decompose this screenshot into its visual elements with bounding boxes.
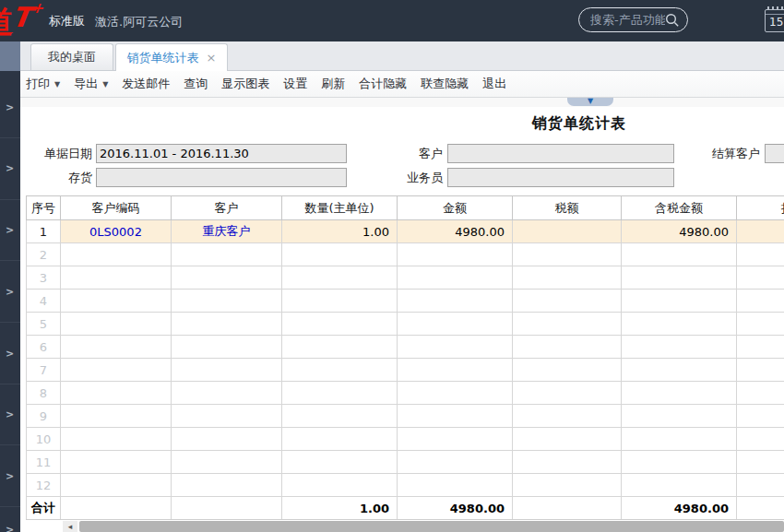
filter-label-settle-customer: 结算客户 — [697, 144, 760, 163]
sidebar-divider — [0, 260, 20, 261]
report-grid: 序号客户编码客户数量(主单位)金额税额含税金额折扣10LS0002重庆客户1.0… — [26, 195, 784, 520]
table-row: 10 — [27, 428, 784, 451]
total-cell-qty: 1.00 — [282, 497, 398, 520]
column-header-6: 含税金额 — [622, 196, 737, 220]
row-number-cell: 7 — [27, 359, 61, 382]
column-header-0: 序号 — [27, 196, 61, 220]
table-row: 12 — [27, 474, 784, 497]
sidebar-expand-icon[interactable]: > — [6, 101, 17, 114]
calendar-icon[interactable]: 15 — [765, 9, 784, 32]
tab-label: 销货单统计表 — [127, 50, 199, 66]
cell-tax — [513, 428, 622, 451]
total-cell-tax_incl: 4980.00 — [622, 497, 737, 520]
cell-qty: 1.00 — [282, 220, 398, 243]
sidebar-expand-icon[interactable]: > — [6, 162, 17, 175]
cell-tax_incl — [622, 451, 737, 474]
inventory-input[interactable] — [96, 168, 347, 187]
filter-label-doc-date: 单据日期 — [26, 144, 92, 163]
cell-discount — [737, 243, 784, 266]
scroll-left-icon[interactable]: ◂ — [63, 521, 77, 532]
customer-input[interactable] — [447, 144, 674, 163]
cell-discount — [737, 428, 784, 451]
tab-close-icon[interactable]: × — [207, 52, 217, 64]
total-cell-discount — [737, 497, 784, 520]
sidebar-divider — [0, 506, 20, 507]
toolbar-item-label: 设置 — [283, 76, 307, 92]
toolbar-item-label: 退出 — [482, 76, 506, 92]
settle-customer-input[interactable] — [765, 144, 784, 163]
cell-customer[interactable]: 重庆客户 — [172, 220, 282, 243]
cell-customer — [172, 405, 282, 428]
tab-bar: 我的桌面 销货单统计表 × — [20, 41, 784, 71]
cell-customer — [172, 451, 282, 474]
total-cell-amount: 4980.00 — [398, 497, 513, 520]
cell-tax_incl — [622, 243, 737, 266]
sidebar-header[interactable] — [0, 41, 20, 71]
cell-discount — [737, 290, 784, 313]
cell-customer_code[interactable]: 0LS0002 — [61, 220, 172, 243]
cell-discount — [737, 451, 784, 474]
toolbar-item-export[interactable]: 导出▼ — [74, 76, 108, 92]
row-number-cell: 6 — [27, 336, 61, 359]
row-number-cell: 10 — [27, 428, 61, 451]
toolbar-item-settings[interactable]: 设置 — [283, 76, 307, 92]
column-header-7: 折扣 — [737, 196, 784, 220]
sidebar-expand-icon[interactable]: > — [6, 224, 17, 237]
toolbar-item-print[interactable]: 打印▼ — [26, 76, 60, 92]
toolbar-item-exit[interactable]: 退出 — [482, 76, 506, 92]
sidebar-expand-icon[interactable]: > — [6, 408, 17, 421]
cell-amount — [398, 336, 513, 359]
edition-label: 标准版 — [49, 13, 85, 30]
cell-customer_code — [61, 382, 172, 405]
horizontal-scrollbar[interactable]: ◂ — [26, 519, 784, 532]
cell-tax — [513, 220, 622, 243]
toolbar-item-send-email[interactable]: 发送邮件 — [122, 76, 170, 92]
salesperson-input[interactable] — [447, 168, 674, 187]
table-row: 3 — [27, 266, 784, 290]
tab-my-desktop[interactable]: 我的桌面 — [30, 43, 113, 70]
cell-discount — [737, 336, 784, 359]
cell-amount — [398, 474, 513, 497]
toolbar-item-refresh[interactable]: 刷新 — [321, 76, 345, 92]
cell-qty — [282, 336, 398, 359]
filter-label-salesperson: 业务员 — [384, 168, 443, 187]
sidebar-expand-icon[interactable]: > — [6, 348, 17, 361]
cell-tax — [513, 266, 622, 290]
toolbar: 打印▼导出▼发送邮件查询显示图表设置刷新合计隐藏联查隐藏退出 — [20, 71, 784, 98]
scrollbar-thumb[interactable] — [79, 521, 784, 532]
cell-tax_incl — [622, 405, 737, 428]
table-row[interactable]: 10LS0002重庆客户1.004980.004980.00 — [27, 220, 784, 243]
sidebar-expand-icon[interactable]: > — [6, 286, 17, 299]
product-search[interactable] — [578, 7, 688, 32]
doc-date-input[interactable] — [96, 144, 347, 163]
cell-discount — [737, 266, 784, 290]
row-number-cell: 9 — [27, 405, 61, 428]
column-header-1: 客户编码 — [61, 196, 172, 220]
search-icon — [665, 13, 680, 28]
cell-amount — [398, 405, 513, 428]
row-number-cell: 8 — [27, 382, 61, 405]
toolbar-item-hide-linked-query[interactable]: 联查隐藏 — [421, 76, 469, 92]
toolbar-item-label: 合计隐藏 — [359, 76, 407, 92]
toolbar-item-query[interactable]: 查询 — [184, 76, 208, 92]
collapse-handle[interactable]: ▼ — [567, 98, 613, 106]
table-row: 5 — [27, 313, 784, 336]
cell-tax_incl — [622, 474, 737, 497]
cell-amount: 4980.00 — [398, 220, 513, 243]
cell-customer_code — [61, 266, 172, 290]
search-input[interactable] — [590, 13, 665, 27]
toolbar-item-hide-total[interactable]: 合计隐藏 — [359, 76, 407, 92]
toolbar-item-label: 打印 — [26, 76, 50, 92]
table-row: 11 — [27, 451, 784, 474]
cell-customer_code — [61, 451, 172, 474]
cell-tax_incl — [622, 313, 737, 336]
tab-sales-report[interactable]: 销货单统计表 × — [115, 43, 228, 71]
sidebar-divider — [0, 199, 20, 200]
cell-tax — [513, 359, 622, 382]
sidebar-expand-icon[interactable]: > — [6, 470, 17, 483]
cell-qty — [282, 451, 398, 474]
sidebar-expand-icon[interactable]: > — [6, 524, 17, 532]
toolbar-item-show-chart[interactable]: 显示图表 — [221, 76, 269, 92]
cell-tax_incl — [622, 290, 737, 313]
row-number-cell: 5 — [27, 313, 61, 336]
